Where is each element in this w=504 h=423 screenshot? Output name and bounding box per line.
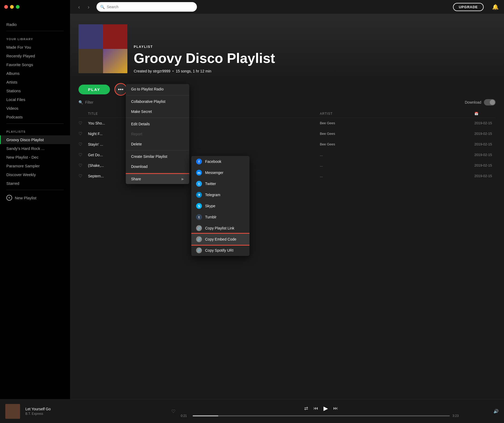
col-artist: ARTIST xyxy=(320,112,474,116)
progress-bar[interactable] xyxy=(193,415,450,416)
copy-link-icon: 🔗 xyxy=(196,225,202,231)
new-playlist-label: New Playlist xyxy=(15,196,36,200)
share-copy-embed-label: Copy Embed Code xyxy=(205,237,236,241)
context-item-share[interactable]: Share ▶ xyxy=(126,174,189,184)
share-item-skype[interactable]: S Skype xyxy=(191,200,249,212)
sidebar-item-stations[interactable]: Stations xyxy=(0,86,70,95)
share-item-copy-embed[interactable]: 🔗 Copy Embed Code xyxy=(191,234,249,245)
sidebar-item-made-for-you[interactable]: Made For You xyxy=(0,43,70,52)
track-date-5: 2019-02-15 xyxy=(474,163,496,167)
shuffle-button[interactable]: ⇄ xyxy=(304,406,308,411)
share-copy-uri-label: Copy Spotify URI xyxy=(205,248,233,252)
sidebar-item-sandy-hard-rock[interactable]: Sandy's Hard Rock ... xyxy=(0,144,70,153)
share-facebook-label: Facebook xyxy=(205,159,221,164)
heart-icon-1[interactable]: ♡ xyxy=(78,121,88,126)
artwork-cell-1 xyxy=(78,24,103,49)
context-item-delete[interactable]: Delete xyxy=(126,139,189,149)
sidebar-item-groovy-disco[interactable]: Groovy Disco Playlist xyxy=(0,135,70,144)
track-artist-4: ... xyxy=(320,153,474,157)
share-twitter-label: Twitter xyxy=(205,182,216,186)
heart-icon-5[interactable]: ♡ xyxy=(78,163,88,168)
heart-icon-6[interactable]: ♡ xyxy=(78,173,88,178)
sidebar-item-local-files[interactable]: Local Files xyxy=(0,95,70,104)
share-label: Share xyxy=(131,177,141,181)
share-item-telegram[interactable]: ✈ Telegram xyxy=(191,189,249,200)
context-divider-2 xyxy=(126,118,189,118)
share-item-messenger[interactable]: m Messenger xyxy=(191,167,249,178)
heart-icon-4[interactable]: ♡ xyxy=(78,152,88,157)
previous-button[interactable]: ⏮ xyxy=(313,406,318,411)
sidebar-item-new-playlist-dec[interactable]: New Playlist - Dec xyxy=(0,153,70,162)
player-heart-button[interactable]: ♡ xyxy=(171,408,175,414)
search-bar[interactable]: 🔍 xyxy=(96,2,197,12)
share-item-copy-link[interactable]: 🔗 Copy Playlist Link xyxy=(191,223,249,234)
track-date-2: 2019-02-15 xyxy=(474,132,496,136)
sidebar-item-paramore[interactable]: Paramore Sampler xyxy=(0,162,70,170)
twitter-icon: t xyxy=(196,181,202,187)
traffic-lights xyxy=(4,5,20,9)
share-telegram-label: Telegram xyxy=(205,193,220,197)
back-button[interactable]: ‹ xyxy=(75,3,83,11)
search-input[interactable] xyxy=(107,5,193,9)
context-item-make-secret[interactable]: Make Secret xyxy=(126,107,189,117)
sidebar-item-recently-played[interactable]: Recently Played xyxy=(0,52,70,60)
play-pause-button[interactable]: ▶ xyxy=(323,405,328,412)
topbar: ‹ › 🔍 UPGRADE 🔔 xyxy=(70,0,504,14)
plus-circle-icon: + xyxy=(6,195,12,201)
sidebar-item-albums[interactable]: Albums xyxy=(0,69,70,78)
playlist-songs-count: 15 songs, 1 hr 12 min xyxy=(176,69,211,73)
now-playing-artist: B.T. Express xyxy=(25,412,166,416)
heart-icon-3[interactable]: ♡ xyxy=(78,142,88,147)
share-item-twitter[interactable]: t Twitter xyxy=(191,178,249,189)
context-divider-4 xyxy=(126,173,189,173)
context-item-download[interactable]: Download xyxy=(126,162,189,172)
download-label: Download xyxy=(465,100,481,104)
track-artist-3: Bee Gees xyxy=(320,142,474,146)
sidebar-item-artists[interactable]: Artists xyxy=(0,78,70,86)
playlist-creator: strgzr9999 xyxy=(153,69,170,73)
user-notifications-icon[interactable]: 🔔 xyxy=(492,4,499,10)
more-options-button[interactable]: ••• xyxy=(115,84,126,95)
context-item-edit-details[interactable]: Edit Details xyxy=(126,119,189,129)
sidebar-item-discover-weekly[interactable]: Discover Weekly xyxy=(0,170,70,179)
context-item-playlist-radio[interactable]: Go to Playlist Radio xyxy=(126,84,189,94)
volume-button[interactable]: 🔊 xyxy=(493,409,499,414)
track-artist-6: ... xyxy=(320,174,474,178)
track-artist-1: Bee Gees xyxy=(320,121,474,125)
heart-icon-2[interactable]: ♡ xyxy=(78,131,88,136)
sidebar-item-starred[interactable]: Starred xyxy=(0,179,70,188)
messenger-icon: m xyxy=(196,170,202,176)
playlist-title: Groovy Disco Playlist xyxy=(134,51,496,66)
artwork-cell-2 xyxy=(103,24,128,49)
minimize-button[interactable] xyxy=(10,5,14,9)
forward-button[interactable]: › xyxy=(85,3,92,11)
artwork-cell-3 xyxy=(78,49,103,73)
share-item-copy-uri[interactable]: 🔗 Copy Spotify URI xyxy=(191,245,249,256)
nav-arrows: ‹ › xyxy=(75,3,92,11)
main-content: PLAYLIST Groovy Disco Playlist Created b… xyxy=(70,14,504,399)
sidebar-item-podcasts[interactable]: Podcasts xyxy=(0,113,70,121)
sidebar-item-favorite-songs[interactable]: Favorite Songs xyxy=(0,60,70,69)
new-playlist-button[interactable]: + New Playlist xyxy=(0,192,70,203)
download-toggle-switch[interactable] xyxy=(484,99,496,105)
play-button[interactable]: PLAY xyxy=(78,85,110,94)
context-item-collaborative[interactable]: Collaborative Playlist xyxy=(126,96,189,107)
current-time: 0:21 xyxy=(181,414,190,418)
share-arrow-icon: ▶ xyxy=(182,177,184,181)
sidebar-item-videos[interactable]: Videos xyxy=(0,104,70,113)
telegram-icon: ✈ xyxy=(196,192,202,198)
sidebar-item-radio[interactable]: Radio xyxy=(0,20,70,29)
context-item-create-similar[interactable]: Create Similar Playlist xyxy=(126,151,189,162)
close-button[interactable] xyxy=(4,5,8,9)
context-divider-1 xyxy=(126,95,189,95)
maximize-button[interactable] xyxy=(16,5,20,9)
filter-input[interactable]: 🔍 Filter xyxy=(78,100,93,104)
share-tumblr-label: Tumblr xyxy=(205,215,216,219)
next-button[interactable]: ⏭ xyxy=(333,406,338,411)
upgrade-button[interactable]: UPGRADE xyxy=(453,3,484,11)
share-item-facebook[interactable]: f Facebook xyxy=(191,156,249,167)
total-time: 3:23 xyxy=(452,414,462,418)
share-item-tumblr[interactable]: t Tumblr xyxy=(191,212,249,223)
artwork-cell-4 xyxy=(103,49,128,73)
now-playing-artwork xyxy=(5,404,20,419)
